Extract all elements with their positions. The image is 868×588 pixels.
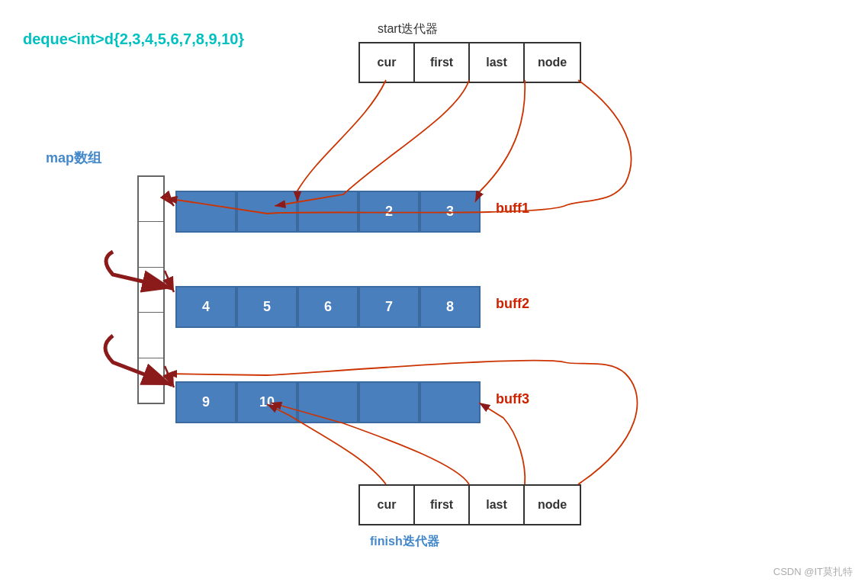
map-label: map数组 xyxy=(46,149,101,167)
buf3-cell4 xyxy=(358,381,420,423)
buf3-cell1: 9 xyxy=(175,381,236,423)
buf2-cell3: 6 xyxy=(297,286,358,328)
buffer-2: 4 5 6 7 8 xyxy=(175,286,481,328)
start-iterator: cur first last node xyxy=(358,42,581,83)
map-column xyxy=(137,175,165,404)
start-node: node xyxy=(525,43,580,82)
map-cell-4 xyxy=(139,313,163,358)
buff2-label: buff2 xyxy=(496,296,529,312)
map-cell-3 xyxy=(139,268,163,313)
buf1-cell3 xyxy=(297,191,358,233)
buf1-cell1 xyxy=(175,191,236,233)
buf1-cell4: 2 xyxy=(358,191,420,233)
finish-first: first xyxy=(415,486,470,524)
buf2-cell5: 8 xyxy=(420,286,481,328)
start-iter-box: cur first last node xyxy=(358,42,581,83)
buffer-3: 9 10 xyxy=(175,381,481,423)
buffer-1: 2 3 xyxy=(175,191,481,233)
finish-last: last xyxy=(470,486,525,524)
finish-iter-box: cur first last node xyxy=(358,484,581,525)
buff3-label: buff3 xyxy=(496,391,529,407)
buf1-cell2 xyxy=(236,191,297,233)
start-cur: cur xyxy=(360,43,415,82)
buff1-label: buff1 xyxy=(496,201,529,217)
buf3-cell5 xyxy=(420,381,481,423)
start-first: first xyxy=(415,43,470,82)
buf1-cell5: 3 xyxy=(420,191,481,233)
map-cell-5 xyxy=(139,358,163,403)
finish-label: finish迭代器 xyxy=(370,534,439,550)
main-diagram: deque<int>d{2,3,4,5,6,7,8,9,10} map数组 st… xyxy=(0,0,868,588)
buf3-cell2: 10 xyxy=(236,381,297,423)
finish-node: node xyxy=(525,486,580,524)
watermark: CSDN @IT莫扎特 xyxy=(773,565,853,579)
deque-title: deque<int>d{2,3,4,5,6,7,8,9,10} xyxy=(23,31,244,48)
start-label: start迭代器 xyxy=(378,21,438,37)
finish-cur: cur xyxy=(360,486,415,524)
buf2-cell2: 5 xyxy=(236,286,297,328)
finish-iterator: cur first last node xyxy=(358,484,581,525)
start-last: last xyxy=(470,43,525,82)
buf3-cell3 xyxy=(297,381,358,423)
buf2-cell1: 4 xyxy=(175,286,236,328)
buf2-cell4: 7 xyxy=(358,286,420,328)
map-cell-2 xyxy=(139,222,163,267)
map-cell-1 xyxy=(139,177,163,222)
